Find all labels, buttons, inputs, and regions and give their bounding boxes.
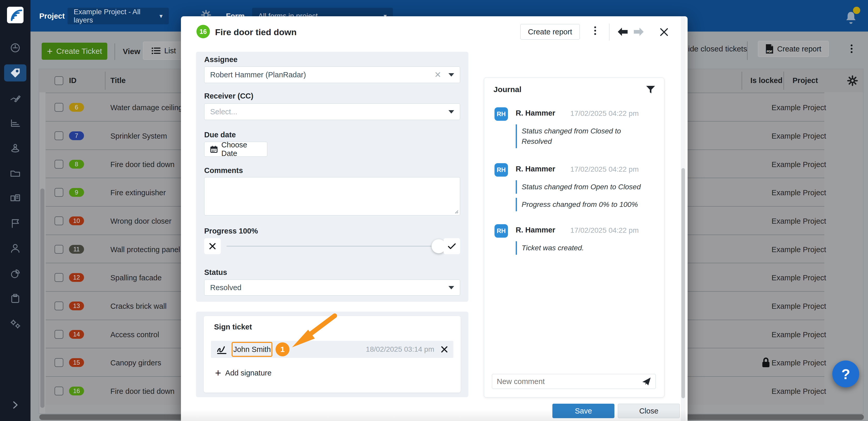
sign-ticket-label: Sign ticket [214, 323, 252, 331]
list-icon [152, 47, 160, 54]
sidebar-item-reports[interactable] [4, 265, 26, 282]
save-button[interactable]: Save [552, 404, 614, 418]
signature-name-annotated[interactable]: John Smith [231, 342, 273, 357]
column-settings-gear-icon[interactable] [847, 75, 858, 86]
ticket-detail-modal: 16 Fire door tied down Create report Ass… [181, 16, 688, 421]
sidebar-item-site-staff[interactable] [4, 140, 26, 157]
close-icon[interactable] [660, 28, 669, 36]
row-checkbox[interactable] [55, 273, 63, 282]
receiver-cc-select[interactable]: Select... [204, 103, 460, 120]
sidebar-item-settings[interactable] [4, 315, 26, 332]
clear-x-icon[interactable]: ✕ [434, 70, 441, 80]
journal-entry-author: R. Hammer [516, 226, 555, 234]
filter-funnel-icon[interactable] [646, 86, 655, 94]
choose-date-button[interactable]: Choose Date [204, 142, 267, 157]
column-header-is-locked[interactable]: Is locked [750, 76, 782, 85]
row-checkbox[interactable] [55, 188, 63, 197]
receiver-cc-placeholder: Select... [210, 108, 237, 116]
row-checkbox[interactable] [55, 245, 63, 254]
create-ticket-button[interactable]: + Create Ticket [42, 43, 107, 60]
send-comment-icon[interactable] [642, 377, 651, 386]
ticket-id-badge: 12 [69, 273, 84, 282]
create-report-pdf-button[interactable]: PDF Create report [758, 41, 829, 57]
journal-panel: Journal RH R. Hammer 17/02/2025 04:22 pm… [484, 78, 664, 397]
journal-entry-text: Status changed from Closed to Resolved [516, 124, 646, 148]
previous-ticket-arrow-icon[interactable] [617, 27, 628, 36]
next-ticket-arrow-icon[interactable] [633, 27, 645, 36]
sidebar-item-plans[interactable] [4, 89, 26, 107]
sidebar-item-projects[interactable] [4, 190, 26, 207]
person-pin-icon [9, 142, 21, 154]
project-label: Project [39, 12, 65, 21]
sidebar-item-tasks[interactable] [4, 290, 26, 307]
chevron-down-icon [448, 110, 454, 114]
assignee-select[interactable]: Robert Hammer (PlanRadar) ✕ [204, 66, 460, 83]
chevron-down-icon: ▾ [159, 12, 163, 20]
more-options-kebab-icon[interactable] [850, 43, 853, 55]
remove-signature-x-icon[interactable] [441, 346, 448, 353]
create-report-button[interactable]: Create report [520, 24, 580, 39]
progress-cancel-button[interactable] [204, 238, 221, 254]
toolbar-divider [747, 41, 748, 60]
status-select[interactable]: Resolved [204, 279, 460, 296]
sidebar-item-dashboard[interactable] [4, 39, 26, 56]
ticket-project: Example Project [750, 245, 826, 254]
notification-dot [853, 7, 860, 14]
avatar: RH [495, 107, 508, 121]
help-button[interactable]: ? [832, 360, 859, 387]
new-comment-input[interactable] [497, 377, 642, 386]
project-dropdown[interactable]: Example Project - All layers ▾ [67, 8, 169, 24]
modal-scrollbar-thumb[interactable] [681, 168, 685, 398]
ticket-id-badge: 11 [69, 245, 84, 254]
add-signature-button[interactable]: + Add signature [215, 368, 271, 378]
select-all-checkbox[interactable] [55, 76, 63, 85]
row-checkbox[interactable] [55, 302, 63, 310]
planradar-logo[interactable] [7, 7, 24, 23]
pie-chart-icon [9, 268, 21, 279]
table-vertical-scrollbar-thumb[interactable] [40, 188, 44, 408]
svg-text:PDF: PDF [767, 50, 772, 53]
close-button[interactable]: Close [618, 404, 680, 418]
resize-handle-icon[interactable] [454, 209, 458, 214]
journal-entry-time: 17/02/2025 04:22 pm [553, 226, 639, 235]
progress-confirm-button[interactable] [443, 238, 460, 254]
toolbar-divider [115, 43, 115, 60]
table-vertical-scrollbar-track[interactable] [39, 92, 45, 414]
row-checkbox[interactable] [55, 387, 63, 395]
modal-scrollbar-track[interactable] [681, 16, 685, 421]
column-header-title[interactable]: Title [111, 76, 126, 85]
sidebar-item-tickets[interactable] [4, 64, 26, 82]
ticket-title: Fire door tied down [111, 160, 175, 169]
ticket-id-badge: 14 [69, 330, 84, 339]
buildings-icon [9, 192, 21, 204]
progress-slider-track[interactable] [226, 246, 437, 247]
row-checkbox[interactable] [55, 160, 63, 169]
column-header-project[interactable]: Project [793, 76, 818, 85]
sidebar-item-flags[interactable] [4, 215, 26, 232]
flag-icon [9, 217, 21, 230]
view-list-button[interactable]: List [143, 42, 185, 60]
row-checkbox[interactable] [55, 103, 63, 112]
plan-pen-icon [9, 92, 21, 104]
column-header-id[interactable]: ID [69, 76, 76, 85]
ticket-id-badge: 13 [69, 302, 84, 310]
sidebar-item-documents[interactable] [4, 165, 26, 182]
project-dropdown-value: Example Project - All layers [74, 8, 159, 24]
sidebar-item-statistics[interactable] [4, 115, 26, 132]
row-checkbox[interactable] [55, 330, 63, 339]
journal-entry-author: R. Hammer [516, 165, 555, 173]
row-checkbox[interactable] [55, 216, 63, 225]
sidebar-item-contacts[interactable] [4, 240, 26, 257]
progress-label: Progress 100% [204, 227, 258, 235]
comments-textarea[interactable] [204, 177, 460, 215]
create-report-dim-label: Create report [777, 45, 822, 53]
row-checkbox[interactable] [55, 358, 63, 367]
chevron-down-icon [448, 73, 454, 77]
sidebar [0, 0, 31, 421]
sidebar-expand-chevron-icon[interactable] [11, 400, 19, 410]
row-checkbox[interactable] [55, 131, 63, 140]
app-root: Project Example Project - All layers ▾ F… [0, 0, 868, 421]
modal-kebab-icon[interactable] [593, 25, 597, 36]
hide-closed-tickets-label[interactable]: ide closed tickets [688, 44, 747, 53]
new-comment-field[interactable] [492, 374, 656, 389]
